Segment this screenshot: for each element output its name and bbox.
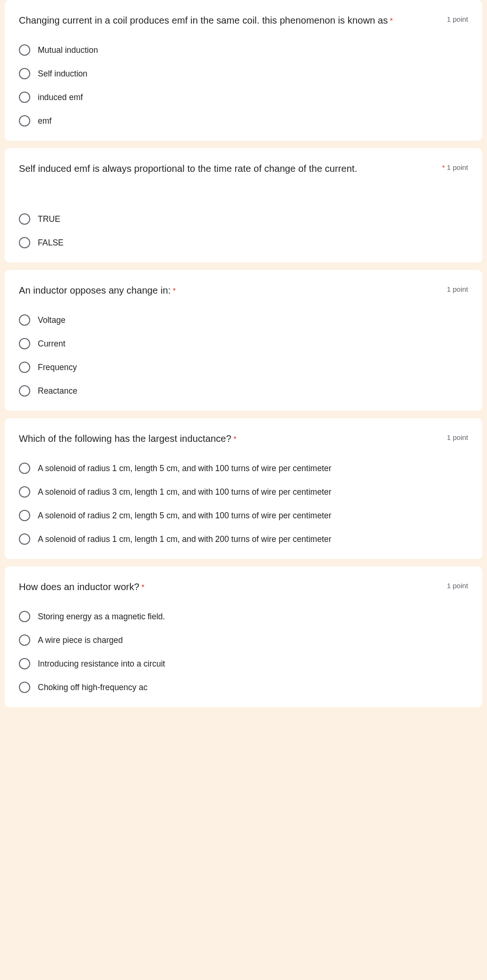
options-group: Mutual induction Self induction induced …: [19, 44, 468, 127]
option[interactable]: A solenoid of radius 1 cm, length 1 cm, …: [19, 533, 468, 545]
question-title: Changing current in a coil produces emf …: [19, 15, 388, 25]
radio-icon: [19, 634, 30, 646]
points-label: 1 point: [447, 431, 468, 441]
question-title: Self induced emf is always proportional …: [19, 163, 357, 174]
radio-icon: [19, 115, 30, 127]
question-card: Changing current in a coil produces emf …: [5, 0, 482, 141]
option[interactable]: TRUE: [19, 213, 468, 225]
points-label: *1 point: [442, 161, 468, 171]
option-label: FALSE: [38, 237, 63, 248]
radio-icon: [19, 338, 30, 349]
question-header: How does an inductor work? * 1 point: [19, 580, 468, 594]
question-title: How does an inductor work?: [19, 582, 139, 592]
question-card: Self induced emf is always proportional …: [5, 148, 482, 262]
option-label: Current: [38, 338, 65, 349]
option-label: Frequency: [38, 362, 77, 373]
question-header: Changing current in a coil produces emf …: [19, 13, 468, 27]
option-label: A wire piece is charged: [38, 635, 123, 646]
options-group: Voltage Current Frequency Reactance: [19, 314, 468, 397]
radio-icon: [19, 510, 30, 521]
option[interactable]: Storing energy as a magnetic field.: [19, 611, 468, 622]
question-title-wrap: An inductor opposes any change in: *: [19, 283, 442, 297]
points-label: 1 point: [447, 283, 468, 293]
option[interactable]: Voltage: [19, 314, 468, 326]
option[interactable]: Frequency: [19, 362, 468, 373]
option-label: Storing energy as a magnetic field.: [38, 611, 165, 622]
radio-icon: [19, 463, 30, 474]
option[interactable]: A solenoid of radius 2 cm, length 5 cm, …: [19, 510, 468, 521]
option[interactable]: emf: [19, 115, 468, 127]
required-asterisk: *: [233, 435, 236, 443]
option-label: A solenoid of radius 1 cm, length 5 cm, …: [38, 463, 332, 474]
question-title-wrap: Self induced emf is always proportional …: [19, 161, 437, 176]
question-card: Which of the following has the largest i…: [5, 418, 482, 559]
radio-icon: [19, 68, 30, 79]
question-card: How does an inductor work? * 1 point Sto…: [5, 566, 482, 707]
required-asterisk: *: [141, 583, 144, 591]
option-label: Introducing resistance into a circuit: [38, 659, 165, 669]
question-header: An inductor opposes any change in: * 1 p…: [19, 283, 468, 297]
option[interactable]: Choking off high-frequency ac: [19, 682, 468, 693]
option-label: Voltage: [38, 315, 65, 326]
required-asterisk: *: [173, 287, 176, 295]
option-label: emf: [38, 116, 51, 127]
radio-icon: [19, 533, 30, 545]
option-label: TRUE: [38, 214, 60, 225]
radio-icon: [19, 362, 30, 373]
option[interactable]: induced emf: [19, 92, 468, 103]
option[interactable]: Reactance: [19, 385, 468, 397]
radio-icon: [19, 385, 30, 397]
question-header: Self induced emf is always proportional …: [19, 161, 468, 176]
option-label: A solenoid of radius 2 cm, length 5 cm, …: [38, 510, 332, 521]
option-label: A solenoid of radius 1 cm, length 1 cm, …: [38, 534, 332, 545]
option[interactable]: Current: [19, 338, 468, 349]
option[interactable]: A solenoid of radius 3 cm, length 1 cm, …: [19, 486, 468, 498]
option-label: Mutual induction: [38, 45, 98, 56]
required-asterisk: *: [390, 17, 393, 25]
radio-icon: [19, 314, 30, 326]
option[interactable]: Introducing resistance into a circuit: [19, 658, 468, 669]
question-header: Which of the following has the largest i…: [19, 431, 468, 446]
radio-icon: [19, 213, 30, 225]
question-title: Which of the following has the largest i…: [19, 433, 231, 444]
question-title-wrap: How does an inductor work? *: [19, 580, 442, 594]
option[interactable]: Mutual induction: [19, 44, 468, 56]
radio-icon: [19, 44, 30, 56]
radio-icon: [19, 237, 30, 248]
points-label: 1 point: [447, 580, 468, 590]
question-title-wrap: Which of the following has the largest i…: [19, 431, 442, 446]
option[interactable]: A solenoid of radius 1 cm, length 5 cm, …: [19, 463, 468, 474]
question-card: An inductor opposes any change in: * 1 p…: [5, 270, 482, 411]
radio-icon: [19, 486, 30, 498]
option-label: A solenoid of radius 3 cm, length 1 cm, …: [38, 487, 332, 498]
option[interactable]: A wire piece is charged: [19, 634, 468, 646]
required-asterisk: *: [442, 163, 445, 171]
question-title: An inductor opposes any change in:: [19, 285, 171, 296]
options-group: A solenoid of radius 1 cm, length 5 cm, …: [19, 463, 468, 545]
options-group: Storing energy as a magnetic field. A wi…: [19, 611, 468, 693]
option-label: Choking off high-frequency ac: [38, 682, 147, 693]
question-title-wrap: Changing current in a coil produces emf …: [19, 13, 442, 27]
radio-icon: [19, 92, 30, 103]
radio-icon: [19, 611, 30, 622]
points-label: 1 point: [447, 13, 468, 23]
option[interactable]: Self induction: [19, 68, 468, 79]
option-label: Reactance: [38, 386, 77, 397]
options-group: TRUE FALSE: [19, 213, 468, 248]
option-label: Self induction: [38, 68, 87, 79]
radio-icon: [19, 658, 30, 669]
option-label: induced emf: [38, 92, 83, 103]
radio-icon: [19, 682, 30, 693]
points-text: 1 point: [447, 163, 468, 171]
option[interactable]: FALSE: [19, 237, 468, 248]
